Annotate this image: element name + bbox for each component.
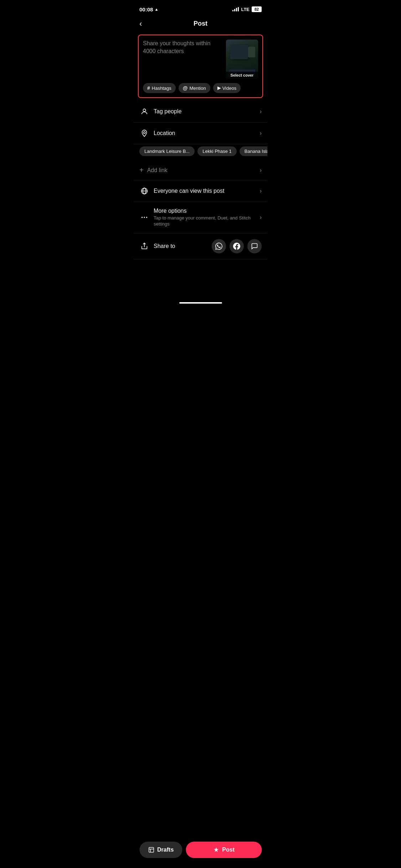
add-link-label: Add link (147, 167, 260, 174)
person-icon (139, 107, 149, 117)
home-indicator-bar (179, 302, 222, 304)
facebook-share-button[interactable] (230, 239, 244, 253)
compose-area[interactable]: Share your thoughts within 4000 characte… (138, 35, 263, 98)
whatsapp-share-button[interactable] (212, 239, 226, 253)
chevron-right-icon: › (260, 108, 262, 115)
select-cover-label[interactable]: Select cover (226, 72, 258, 79)
network-type: LTE (241, 7, 250, 12)
tag-people-item[interactable]: Tag people › (134, 101, 267, 123)
add-link-item[interactable]: + Add link › (134, 160, 267, 180)
page-header: ‹ Post (134, 16, 267, 32)
more-options-icon (139, 212, 149, 222)
svg-point-0 (143, 109, 145, 112)
chevron-right-icon: › (260, 188, 262, 194)
page-title: Post (194, 20, 207, 27)
location-pin-icon (139, 128, 149, 138)
video-thumbnail[interactable]: Select cover (226, 40, 258, 79)
globe-icon (139, 186, 149, 196)
tag-people-label: Tag people (154, 108, 260, 115)
home-indicator (134, 299, 267, 306)
compose-tags: # Hashtags @ Mention ▶ Videos (143, 83, 258, 93)
battery: 82 (252, 6, 262, 12)
visibility-item[interactable]: Everyone can view this post › (134, 180, 267, 202)
battery-level: 82 (252, 6, 262, 12)
plus-icon: + (139, 166, 144, 174)
videos-button[interactable]: ▶ Videos (213, 83, 241, 93)
location-chip[interactable]: Lekki Phase 1 (197, 146, 237, 156)
more-options-subtitle: Tap to manage your comment, Duet, and St… (154, 215, 260, 227)
svg-point-1 (143, 131, 145, 134)
chevron-right-icon: › (260, 214, 262, 221)
location-chip[interactable]: Landmark Leisure B... (139, 146, 195, 156)
share-to-label: Share to (154, 243, 212, 249)
mention-button[interactable]: @ Mention (179, 83, 210, 93)
status-right: LTE 82 (232, 6, 262, 12)
post-text-input[interactable]: Share your thoughts within 4000 characte… (143, 40, 222, 79)
location-item[interactable]: Location › (134, 123, 267, 144)
svg-point-4 (144, 217, 145, 218)
chevron-right-icon: › (260, 130, 262, 136)
hashtags-button[interactable]: # Hashtags (143, 83, 176, 93)
message-share-button[interactable] (247, 239, 262, 253)
svg-point-5 (146, 217, 147, 218)
share-to-item: Share to (134, 233, 267, 259)
status-time: 00:08 ▲ (139, 6, 158, 12)
share-icons-group (212, 239, 262, 253)
location-chips: Landmark Leisure B... Lekki Phase 1 Bana… (134, 144, 267, 160)
signal-bars (232, 7, 239, 11)
compose-placeholder: Share your thoughts within 4000 characte… (143, 40, 210, 54)
location-chip[interactable]: Banana Island (240, 146, 267, 156)
status-bar: 00:08 ▲ LTE 82 (134, 0, 267, 16)
location-arrow-icon: ▲ (154, 7, 158, 11)
more-options-label: More options (154, 208, 260, 214)
share-icon (139, 241, 149, 251)
more-options-item[interactable]: More options Tap to manage your comment,… (134, 202, 267, 233)
location-label: Location (154, 130, 260, 136)
menu-section: Tag people › Location › Landmark Leisure… (134, 101, 267, 259)
back-button[interactable]: ‹ (139, 19, 142, 29)
visibility-label: Everyone can view this post (154, 188, 260, 194)
chevron-right-icon: › (260, 167, 262, 174)
svg-point-3 (142, 217, 143, 218)
